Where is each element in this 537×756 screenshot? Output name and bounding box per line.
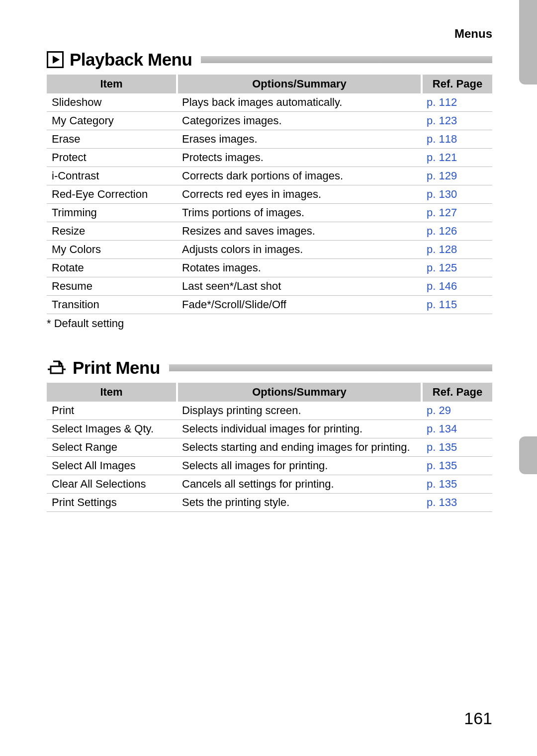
print-menu-section: Print Menu Item Options/Summary Ref. Pag… — [47, 358, 492, 512]
cell-item: Select Range — [47, 438, 177, 457]
col-header-item: Item — [47, 75, 177, 93]
page-ref-link[interactable]: p. 115 — [427, 298, 457, 311]
cell-ref: p. 146 — [422, 277, 492, 296]
cell-summary: Protects images. — [177, 149, 422, 167]
svg-marker-1 — [53, 56, 60, 64]
section-tab-top — [519, 0, 537, 84]
cell-summary: Erases images. — [177, 130, 422, 149]
cell-item: My Colors — [47, 241, 177, 259]
page-ref-link[interactable]: p. 121 — [427, 151, 457, 164]
print-icon — [47, 359, 67, 376]
cell-summary: Corrects dark portions of images. — [177, 167, 422, 185]
cell-ref: p. 125 — [422, 259, 492, 277]
table-row: SlideshowPlays back images automatically… — [47, 93, 492, 112]
page-ref-link[interactable]: p. 128 — [427, 243, 457, 255]
page-ref-link[interactable]: p. 129 — [427, 169, 457, 182]
page-ref-link[interactable]: p. 127 — [427, 206, 457, 219]
cell-ref: p. 121 — [422, 149, 492, 167]
page-ref-link[interactable]: p. 135 — [427, 459, 457, 472]
cell-item: Red-Eye Correction — [47, 185, 177, 204]
col-header-summary: Options/Summary — [177, 383, 422, 402]
page-ref-link[interactable]: p. 133 — [427, 496, 457, 508]
cell-item: i-Contrast — [47, 167, 177, 185]
play-icon — [47, 51, 64, 68]
playback-rows: SlideshowPlays back images automatically… — [47, 93, 492, 314]
cell-ref: p. 115 — [422, 296, 492, 314]
page-ref-link[interactable]: p. 123 — [427, 114, 457, 127]
cell-summary: Selects individual images for printing. — [177, 420, 422, 438]
cell-summary: Displays printing screen. — [177, 402, 422, 420]
table-row: ProtectProtects images.p. 121 — [47, 149, 492, 167]
table-row: EraseErases images.p. 118 — [47, 130, 492, 149]
cell-ref: p. 112 — [422, 93, 492, 112]
cell-summary: Resizes and saves images. — [177, 222, 422, 241]
cell-ref: p. 135 — [422, 457, 492, 475]
cell-ref: p. 134 — [422, 420, 492, 438]
cell-ref: p. 130 — [422, 185, 492, 204]
table-row: RotateRotates images.p. 125 — [47, 259, 492, 277]
table-row: Select Images & Qty.Selects individual i… — [47, 420, 492, 438]
cell-summary: Selects all images for printing. — [177, 457, 422, 475]
cell-item: Print — [47, 402, 177, 420]
cell-summary: Plays back images automatically. — [177, 93, 422, 112]
cell-summary: Rotates images. — [177, 259, 422, 277]
cell-item: Slideshow — [47, 93, 177, 112]
table-row: i-ContrastCorrects dark portions of imag… — [47, 167, 492, 185]
footnote: * Default setting — [47, 314, 492, 330]
cell-item: Trimming — [47, 204, 177, 222]
playback-menu-section: Playback Menu Item Options/Summary Ref. … — [47, 50, 492, 330]
cell-summary: Trims portions of images. — [177, 204, 422, 222]
cell-summary: Adjusts colors in images. — [177, 241, 422, 259]
table-row: Clear All SelectionsCancels all settings… — [47, 475, 492, 494]
print-menu-table: Item Options/Summary Ref. Page PrintDisp… — [47, 383, 492, 512]
col-header-ref: Ref. Page — [422, 383, 492, 402]
cell-item: My Category — [47, 112, 177, 130]
table-row: PrintDisplays printing screen.p. 29 — [47, 402, 492, 420]
cell-summary: Sets the printing style. — [177, 494, 422, 512]
cell-summary: Cancels all settings for printing. — [177, 475, 422, 494]
cell-ref: p. 123 — [422, 112, 492, 130]
manual-page: Menus Playback Menu Item Options/Summary… — [0, 0, 537, 756]
page-ref-link[interactable]: p. 130 — [427, 188, 457, 200]
running-header: Menus — [454, 27, 492, 41]
table-row: Select All ImagesSelects all images for … — [47, 457, 492, 475]
page-ref-link[interactable]: p. 29 — [427, 404, 451, 417]
col-header-item: Item — [47, 383, 177, 402]
page-ref-link[interactable]: p. 135 — [427, 441, 457, 453]
cell-summary: Fade*/Scroll/Slide/Off — [177, 296, 422, 314]
cell-item: Transition — [47, 296, 177, 314]
page-ref-link[interactable]: p. 112 — [427, 96, 457, 108]
cell-ref: p. 118 — [422, 130, 492, 149]
table-row: My CategoryCategorizes images.p. 123 — [47, 112, 492, 130]
heading-rule — [169, 364, 492, 371]
section-title: Print Menu — [73, 358, 160, 378]
cell-item: Select All Images — [47, 457, 177, 475]
table-row: Red-Eye CorrectionCorrects red eyes in i… — [47, 185, 492, 204]
page-ref-link[interactable]: p. 146 — [427, 280, 457, 292]
cell-ref: p. 126 — [422, 222, 492, 241]
page-ref-link[interactable]: p. 125 — [427, 261, 457, 274]
table-row: ResizeResizes and saves images.p. 126 — [47, 222, 492, 241]
cell-item: Select Images & Qty. — [47, 420, 177, 438]
cell-item: Erase — [47, 130, 177, 149]
table-row: My ColorsAdjusts colors in images.p. 128 — [47, 241, 492, 259]
cell-item: Rotate — [47, 259, 177, 277]
section-heading: Playback Menu — [47, 50, 492, 70]
page-ref-link[interactable]: p. 135 — [427, 478, 457, 490]
page-ref-link[interactable]: p. 126 — [427, 225, 457, 237]
table-row: Select RangeSelects starting and ending … — [47, 438, 492, 457]
cell-ref: p. 135 — [422, 438, 492, 457]
cell-ref: p. 29 — [422, 402, 492, 420]
page-ref-link[interactable]: p. 134 — [427, 422, 457, 435]
section-title: Playback Menu — [70, 50, 192, 70]
cell-ref: p. 135 — [422, 475, 492, 494]
cell-item: Resume — [47, 277, 177, 296]
section-heading: Print Menu — [47, 358, 492, 378]
table-row: TransitionFade*/Scroll/Slide/Offp. 115 — [47, 296, 492, 314]
cell-ref: p. 133 — [422, 494, 492, 512]
playback-menu-table: Item Options/Summary Ref. Page Slideshow… — [47, 75, 492, 314]
page-number: 161 — [464, 709, 492, 728]
heading-rule — [201, 56, 492, 63]
cell-item: Print Settings — [47, 494, 177, 512]
page-ref-link[interactable]: p. 118 — [427, 133, 457, 145]
